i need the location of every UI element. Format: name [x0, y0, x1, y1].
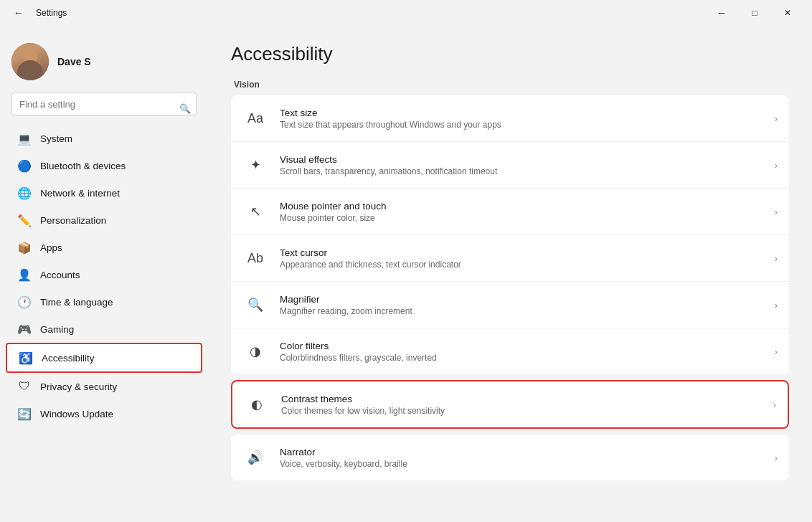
- accessibility-icon: ♿: [19, 351, 33, 365]
- time-icon: 🕐: [17, 295, 32, 309]
- narrator-title: Narrator: [280, 447, 763, 457]
- sidebar: Dave S 🔍 💻 System 🔵 Bluetooth & devices …: [0, 26, 208, 522]
- text-cursor-title: Text cursor: [280, 247, 763, 258]
- sidebar-item-accessibility[interactable]: ♿ Accessibility: [6, 343, 202, 373]
- system-icon: 💻: [17, 131, 32, 146]
- settings-item-narrator[interactable]: 🔊 Narrator Voice, verbosity, keyboard, b…: [231, 435, 789, 480]
- color-filters-icon: ◑: [242, 338, 268, 364]
- search-container: 🔍: [0, 92, 208, 125]
- color-filters-chevron: ›: [775, 346, 778, 357]
- network-icon: 🌐: [17, 186, 32, 200]
- settings-item-text-size[interactable]: Aa Text size Text size that appears thro…: [231, 95, 789, 142]
- contrast-themes-icon: ◐: [244, 392, 270, 417]
- maximize-button[interactable]: □: [739, 3, 770, 23]
- text-cursor-text: Text cursor Appearance and thickness, te…: [280, 247, 763, 270]
- username: Dave S: [57, 56, 91, 67]
- personalization-icon: ✏️: [17, 213, 32, 227]
- sidebar-item-label-apps: Apps: [40, 242, 62, 253]
- mouse-pointer-title: Mouse pointer and touch: [280, 201, 763, 212]
- sidebar-item-label-system: System: [40, 133, 72, 144]
- mouse-pointer-icon: ↖: [242, 199, 268, 224]
- settings-item-magnifier[interactable]: 🔍 Magnifier Magnifier reading, zoom incr…: [231, 282, 789, 328]
- contrast-themes-chevron: ›: [773, 399, 776, 410]
- minimize-button[interactable]: ─: [706, 3, 737, 23]
- text-size-text: Text size Text size that appears through…: [280, 108, 763, 130]
- back-button[interactable]: ←: [9, 3, 29, 23]
- color-filters-text: Color filters Colorblindness filters, gr…: [280, 341, 763, 363]
- text-size-icon: Aa: [242, 105, 268, 131]
- sidebar-item-label-gaming: Gaming: [40, 324, 74, 335]
- sidebar-item-network[interactable]: 🌐 Network & internet: [6, 179, 202, 207]
- magnifier-chevron: ›: [775, 300, 778, 310]
- bluetooth-icon: 🔵: [17, 158, 32, 173]
- color-filters-title: Color filters: [280, 341, 763, 351]
- settings-item-contrast-themes[interactable]: ◐ Contrast themes Color themes for low v…: [231, 380, 789, 429]
- text-size-title: Text size: [280, 108, 763, 118]
- text-size-chevron: ›: [775, 113, 778, 124]
- magnifier-title: Magnifier: [280, 294, 763, 305]
- sidebar-item-time[interactable]: 🕐 Time & language: [6, 288, 202, 315]
- magnifier-icon: 🔍: [242, 292, 268, 318]
- visual-effects-chevron: ›: [775, 160, 778, 171]
- sidebar-item-label-update: Windows Update: [40, 409, 113, 419]
- settings-item-text-cursor[interactable]: Ab Text cursor Appearance and thickness,…: [231, 235, 789, 282]
- sidebar-item-personalization[interactable]: ✏️ Personalization: [6, 207, 202, 234]
- text-cursor-chevron: ›: [775, 253, 778, 264]
- settings-item-mouse-pointer[interactable]: ↖ Mouse pointer and touch Mouse pointer …: [231, 189, 789, 235]
- title-bar: ← Settings ─ □ ✕: [0, 0, 812, 26]
- visual-effects-title: Visual effects: [280, 154, 763, 165]
- settings-list: Aa Text size Text size that appears thro…: [231, 95, 789, 374]
- sidebar-item-update[interactable]: 🔄 Windows Update: [6, 400, 202, 427]
- main-content: Accessibility Vision Aa Text size Text s…: [208, 26, 812, 522]
- narrator-icon: 🔊: [242, 445, 268, 470]
- sidebar-item-label-accounts: Accounts: [40, 270, 80, 280]
- page-title: Accessibility: [231, 43, 789, 65]
- avatar: [11, 43, 49, 80]
- update-icon: 🔄: [17, 407, 32, 421]
- settings-item-color-filters[interactable]: ◑ Color filters Colorblindness filters, …: [231, 328, 789, 374]
- visual-effects-icon: ✦: [242, 152, 268, 178]
- title-bar-left: ← Settings: [9, 3, 67, 23]
- visual-effects-desc: Scroll bars, transparency, animations, n…: [280, 166, 763, 176]
- text-cursor-icon: Ab: [242, 245, 268, 271]
- sidebar-item-label-bluetooth: Bluetooth & devices: [40, 161, 126, 171]
- sidebar-item-label-network: Network & internet: [40, 188, 120, 199]
- contrast-themes-text: Contrast themes Color themes for low vis…: [281, 394, 762, 416]
- contrast-themes-desc: Color themes for low vision, light sensi…: [281, 406, 762, 416]
- app-title: Settings: [36, 8, 67, 18]
- search-icon: 🔍: [179, 103, 191, 114]
- narrator-text: Narrator Voice, verbosity, keyboard, bra…: [280, 447, 763, 469]
- search-input[interactable]: [11, 92, 197, 116]
- sidebar-item-gaming[interactable]: 🎮 Gaming: [6, 315, 202, 343]
- text-cursor-desc: Appearance and thickness, text cursor in…: [280, 260, 763, 270]
- sidebar-item-label-accessibility: Accessibility: [42, 353, 95, 364]
- mouse-pointer-desc: Mouse pointer color, size: [280, 213, 763, 223]
- sidebar-item-label-time: Time & language: [40, 297, 113, 308]
- sidebar-item-label-privacy: Privacy & security: [40, 381, 117, 392]
- magnifier-desc: Magnifier reading, zoom increment: [280, 306, 763, 316]
- narrator-chevron: ›: [775, 452, 778, 463]
- narrator-desc: Voice, verbosity, keyboard, braille: [280, 459, 763, 469]
- text-size-desc: Text size that appears throughout Window…: [280, 120, 763, 130]
- color-filters-desc: Colorblindness filters, grayscale, inver…: [280, 353, 763, 363]
- narrator-list: 🔊 Narrator Voice, verbosity, keyboard, b…: [231, 435, 789, 480]
- accounts-icon: 👤: [17, 267, 32, 282]
- sidebar-item-system[interactable]: 💻 System: [6, 125, 202, 152]
- privacy-icon: 🛡: [17, 379, 32, 394]
- mouse-pointer-chevron: ›: [775, 207, 778, 217]
- sidebar-item-apps[interactable]: 📦 Apps: [6, 234, 202, 261]
- close-button[interactable]: ✕: [772, 3, 803, 23]
- sidebar-item-accounts[interactable]: 👤 Accounts: [6, 261, 202, 288]
- sidebar-item-label-personalization: Personalization: [40, 215, 106, 226]
- sidebar-item-privacy[interactable]: 🛡 Privacy & security: [6, 373, 202, 400]
- magnifier-text: Magnifier Magnifier reading, zoom increm…: [280, 294, 763, 316]
- apps-icon: 📦: [17, 240, 32, 255]
- gaming-icon: 🎮: [17, 322, 32, 336]
- user-profile[interactable]: Dave S: [0, 37, 208, 92]
- section-vision-label: Vision: [234, 80, 789, 90]
- contrast-themes-title: Contrast themes: [281, 394, 762, 404]
- nav-list: 💻 System 🔵 Bluetooth & devices 🌐 Network…: [0, 125, 208, 427]
- mouse-pointer-text: Mouse pointer and touch Mouse pointer co…: [280, 201, 763, 223]
- settings-item-visual-effects[interactable]: ✦ Visual effects Scroll bars, transparen…: [231, 142, 789, 189]
- sidebar-item-bluetooth[interactable]: 🔵 Bluetooth & devices: [6, 152, 202, 179]
